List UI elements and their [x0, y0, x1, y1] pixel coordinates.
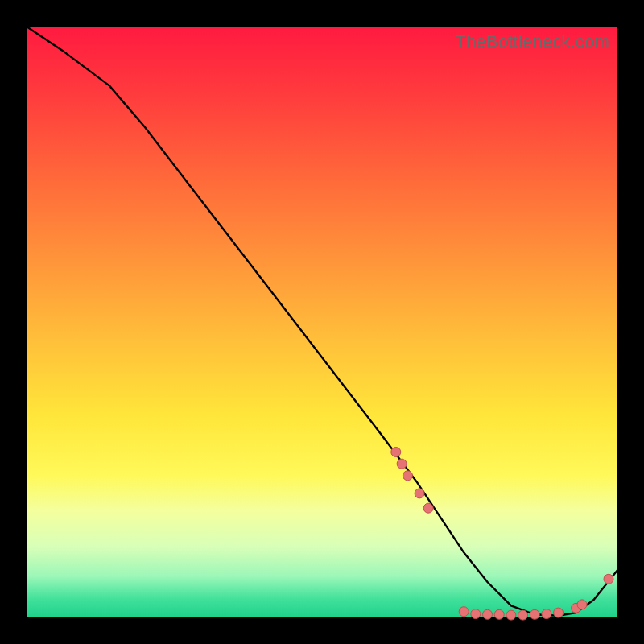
- data-point: [518, 610, 528, 620]
- data-point: [471, 609, 481, 619]
- data-point: [402, 471, 412, 481]
- data-point: [423, 503, 433, 513]
- data-point: [391, 448, 401, 457]
- data-point: [483, 609, 493, 619]
- plot-area: TheBottleneck.com: [27, 27, 617, 617]
- data-point: [577, 600, 587, 609]
- data-point: [459, 607, 469, 617]
- curve-line: [27, 27, 617, 616]
- data-point: [604, 574, 613, 584]
- data-point: [415, 489, 424, 498]
- marker-group: [391, 448, 613, 621]
- chart-svg: [27, 27, 617, 617]
- data-point: [397, 459, 407, 469]
- data-point: [506, 610, 516, 620]
- data-point: [554, 608, 564, 617]
- data-point: [542, 609, 551, 619]
- chart-stage: TheBottleneck.com: [0, 0, 644, 644]
- data-point: [494, 609, 504, 619]
- data-point: [530, 609, 539, 619]
